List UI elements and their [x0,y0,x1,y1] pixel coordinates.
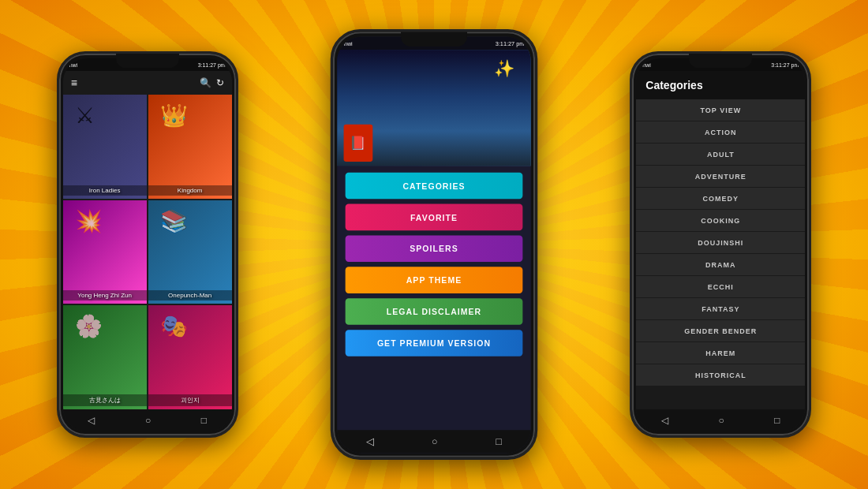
phone-3: hwi 3:11:27 pm Categories TOP VIEWACTION… [630,51,811,438]
phone-2-screen: hwi 3:11:27 pm 📕 CATEGORIES FAVORITE SPO… [337,36,531,453]
nav-recent-2[interactable]: □ [496,436,502,448]
category-item-comedy[interactable]: COMEDY [636,188,805,210]
categories-list: TOP VIEWACTIONADULTADVENTURECOMEDYCOOKIN… [636,99,805,409]
nav-back-3[interactable]: ◁ [661,415,668,426]
category-item-adult[interactable]: ADULT [636,144,805,166]
manga-item-yong-heng[interactable]: Yong Heng Zhi Zun [63,200,147,304]
nav-bar-2: ◁ ○ □ [337,430,531,453]
spoilers-button[interactable]: SPOILERS [346,235,523,262]
category-item-drama[interactable]: DRAMA [636,254,805,276]
nav-home-1[interactable]: ○ [145,415,151,426]
legal-disclaimer-button[interactable]: LEGAL DISCLAIMER [346,298,523,325]
manga-grid: Iron Ladies Kingdom Yong Heng Zhi Zun On… [63,95,232,409]
category-item-harem[interactable]: HAREM [636,342,805,364]
manga-item-iron-ladies[interactable]: Iron Ladies [63,95,147,199]
hero-image: 📕 [337,50,531,166]
manga-item-kingdom[interactable]: Kingdom [148,95,232,199]
categories-button[interactable]: CATEGORIES [346,173,523,200]
phone-2: hwi 3:11:27 pm 📕 CATEGORIES FAVORITE SPO… [331,29,538,460]
phone-notch-2 [401,32,467,47]
category-item-cooking[interactable]: COOKING [636,210,805,232]
premium-version-button[interactable]: GET PREMIUM VERSION [346,330,523,356]
app-theme-button[interactable]: APP THEME [346,267,523,293]
manga-item-last[interactable]: 괴인지 [148,305,232,409]
manga-label-kingdom: Kingdom [148,185,232,196]
category-item-doujinshi[interactable]: DOUJINSHI [636,232,805,254]
status-time-2: 3:11:27 pm [496,40,525,46]
app-container: hwi 3:11:27 pm ≡ 🔍 ↻ Iron Ladies Kingdom [8,39,860,450]
phone-1: hwi 3:11:27 pm ≡ 🔍 ↻ Iron Ladies Kingdom [57,51,238,438]
favorite-button[interactable]: FAVORITE [346,204,523,231]
manga-label-last: 괴인지 [148,394,232,406]
phone-3-header: Categories [636,71,805,99]
menu-icon[interactable]: ≡ [71,77,77,89]
nav-bar-1: ◁ ○ □ [63,409,232,431]
category-item-fantasy[interactable]: FANTASY [636,298,805,320]
status-carrier-1: hwi [69,62,78,68]
nav-back-2[interactable]: ◁ [366,436,373,448]
hero-manga-icon: 📕 [344,125,373,162]
category-item-adventure[interactable]: ADVENTURE [636,166,805,188]
manga-label-yong-heng: Yong Heng Zhi Zun [63,290,147,300]
categories-page-title: Categories [645,79,702,91]
phone-notch-3 [689,54,752,68]
category-item-action[interactable]: ACTION [636,121,805,144]
manga-label-iron-ladies: Iron Ladies [63,185,147,196]
nav-recent-3[interactable]: □ [774,415,780,426]
category-item-top-view[interactable]: TOP VIEW [636,99,805,121]
status-time-1: 3:11:27 pm [198,62,226,68]
manga-label-onepunch: Onepunch-Man [148,290,232,300]
phone-notch [116,54,179,68]
category-item-ecchi[interactable]: ECCHI [636,276,805,298]
search-icon[interactable]: 🔍 [200,77,211,88]
status-time-3: 3:11:27 pm [771,62,799,68]
nav-back-1[interactable]: ◁ [88,415,95,426]
category-item-gender-bender[interactable]: GENDER BENDER [636,320,805,342]
nav-home-2[interactable]: ○ [432,436,438,448]
nav-recent-1[interactable]: □ [201,415,207,426]
refresh-icon[interactable]: ↻ [216,77,224,88]
header-icons: 🔍 ↻ [200,77,224,88]
nav-home-3[interactable]: ○ [719,415,724,426]
phone-1-header: ≡ 🔍 ↻ [63,71,232,95]
manga-label-komi: 古見さんは [63,394,147,406]
menu-list: CATEGORIES FAVORITE SPOILERS APP THEME L… [337,166,531,430]
phone-1-screen: hwi 3:11:27 pm ≡ 🔍 ↻ Iron Ladies Kingdom [63,58,232,431]
nav-bar-3: ◁ ○ □ [636,409,805,431]
category-item-historical[interactable]: HISTORICAL [636,364,805,386]
manga-item-komi[interactable]: 古見さんは [63,305,147,409]
manga-item-onepunch[interactable]: Onepunch-Man [148,200,232,304]
status-carrier-2: hwi [344,40,353,46]
phone-3-screen: hwi 3:11:27 pm Categories TOP VIEWACTION… [636,58,805,431]
status-carrier-3: hwi [642,62,651,68]
